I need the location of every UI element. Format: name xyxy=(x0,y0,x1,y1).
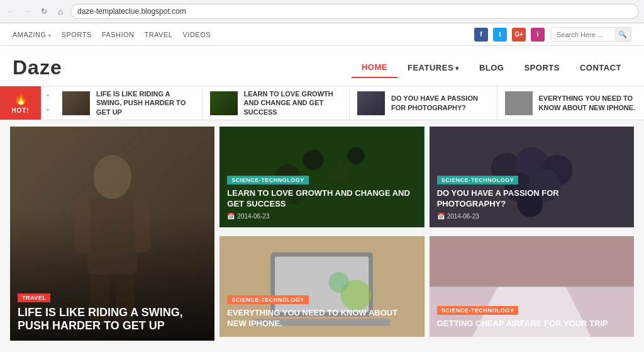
card-3-tag: SCIENCE-TECHNOLOGY xyxy=(227,295,309,304)
instagram-icon[interactable]: i xyxy=(531,28,545,42)
card-3-title: EVERYTHING YOU NEED TO KNOW ABOUT NEW IP… xyxy=(227,308,416,329)
utility-nav-sports[interactable]: SPORTS xyxy=(62,31,92,38)
card-1-title: LEARN TO LOVE GROWTH AND CHANGE AND GET … xyxy=(227,188,416,210)
search-bar: 🔍 xyxy=(551,27,631,42)
hot-badge: 🔥 HOT! xyxy=(0,86,41,120)
svg-point-0 xyxy=(94,155,131,199)
chevron-down-icon: ⌄ xyxy=(45,104,51,113)
twitter-icon[interactable]: t xyxy=(493,28,507,42)
utility-nav: AMAZING ▾ SPORTS FASHION TRAVEL VIDEOS xyxy=(13,31,211,38)
svg-rect-1 xyxy=(87,199,138,275)
card-grapes-content: SCIENCE-TECHNOLOGY DO YOU HAVE A PASSION… xyxy=(430,167,634,227)
card-road-content: SCIENCE-TECHNOLOGY GETTING CHEAP AIRFARE… xyxy=(430,297,634,337)
featured-title: LIFE IS LIKE RIDING A SWING, PUSH HARDER… xyxy=(18,306,207,333)
ticker-thumb-3 xyxy=(357,91,385,115)
home-button[interactable]: ⌂ xyxy=(54,5,67,18)
card-grapes[interactable]: SCIENCE-TECHNOLOGY DO YOU HAVE A PASSION… xyxy=(430,127,634,227)
ticker-title-2: LEARN TO LOVE GROWTH AND CHANGE AND GET … xyxy=(244,89,342,116)
search-button[interactable]: 🔍 xyxy=(614,28,631,41)
search-input[interactable] xyxy=(552,28,614,41)
card-1-tag: SCIENCE-TECHNOLOGY xyxy=(227,176,309,185)
card-laptop[interactable]: SCIENCE-TECHNOLOGY EVERYTHING YOU NEED T… xyxy=(219,236,424,337)
ticker-items: LIFE IS LIKE RIDING A SWING, PUSH HARDER… xyxy=(55,86,644,120)
utility-nav-travel[interactable]: TRAVEL xyxy=(145,31,173,38)
card-4-tag: SCIENCE-TECHNOLOGY xyxy=(437,306,519,315)
content-area: TRAVEL LIFE IS LIKE RIDING A SWING, PUSH… xyxy=(0,120,644,347)
utility-nav-videos[interactable]: VIDEOS xyxy=(183,31,211,38)
card-2-tag: SCIENCE-TECHNOLOGY xyxy=(437,176,519,185)
social-icons: f t G+ i xyxy=(474,28,545,42)
nav-features[interactable]: FEATURES xyxy=(397,58,469,77)
main-header: Daze HOME FEATURES BLOG SPORTS CONTACT xyxy=(0,46,644,86)
nav-home[interactable]: HOME xyxy=(352,57,397,78)
browser-chrome: ← → ↻ ⌂ xyxy=(0,0,644,23)
svg-rect-2 xyxy=(75,202,91,253)
ticker-thumb-4 xyxy=(505,91,533,115)
ticker-item-2[interactable]: LEARN TO LOVE GROWTH AND CHANGE AND GET … xyxy=(203,86,350,120)
utility-right: f t G+ i 🔍 xyxy=(474,27,631,42)
chevron-up-icon: ⌃ xyxy=(45,93,51,102)
ticker-thumb-1 xyxy=(62,91,90,115)
utility-nav-fashion[interactable]: FASHION xyxy=(102,31,135,38)
googleplus-icon[interactable]: G+ xyxy=(512,28,526,42)
nav-contact[interactable]: CONTACT xyxy=(570,58,631,77)
site-logo: Daze xyxy=(13,56,62,79)
forward-button[interactable]: → xyxy=(21,5,34,18)
ticker-bar: 🔥 HOT! ⌃ ⌄ LIFE IS LIKE RIDING A SWING, … xyxy=(0,86,644,120)
ticker-title-3: DO YOU HAVE A PASSION FOR PHOTOGRAPHY? xyxy=(391,94,489,112)
ticker-item-3[interactable]: DO YOU HAVE A PASSION FOR PHOTOGRAPHY? xyxy=(350,86,497,120)
card-2-date: 2014-06-23 xyxy=(437,213,626,220)
svg-rect-3 xyxy=(135,202,150,253)
nav-blog[interactable]: BLOG xyxy=(469,58,514,77)
card-berries-content: SCIENCE-TECHNOLOGY LEARN TO LOVE GROWTH … xyxy=(219,167,424,227)
ticker-title-1: LIFE IS LIKE RIDING A SWING, PUSH HARDER… xyxy=(96,89,194,116)
amazing-dropdown-arrow: ▾ xyxy=(48,33,52,38)
browser-toolbar: ← → ↻ ⌂ xyxy=(0,0,644,23)
ticker-title-4: EVERYTHING YOU NEED TO KNOW ABOUT NEW IP… xyxy=(539,94,637,112)
card-2-title: DO YOU HAVE A PASSION FOR PHOTOGRAPHY? xyxy=(437,188,626,210)
main-grid: TRAVEL LIFE IS LIKE RIDING A SWING, PUSH… xyxy=(10,127,634,341)
featured-tag: TRAVEL xyxy=(18,293,50,302)
ticker-nav-prev[interactable]: ⌃ ⌄ xyxy=(41,86,55,120)
svg-rect-28 xyxy=(430,236,634,287)
featured-card[interactable]: TRAVEL LIFE IS LIKE RIDING A SWING, PUSH… xyxy=(10,127,214,341)
address-bar[interactable] xyxy=(70,4,639,19)
svg-point-10 xyxy=(348,147,365,164)
reload-button[interactable]: ↻ xyxy=(38,5,50,18)
hot-text: HOT! xyxy=(11,107,29,114)
utility-nav-amazing[interactable]: AMAZING ▾ xyxy=(13,31,52,38)
card-road[interactable]: SCIENCE-TECHNOLOGY GETTING CHEAP AIRFARE… xyxy=(430,236,634,337)
ticker-thumb-2 xyxy=(210,91,238,115)
main-nav: HOME FEATURES BLOG SPORTS CONTACT xyxy=(352,57,631,78)
utility-bar: AMAZING ▾ SPORTS FASHION TRAVEL VIDEOS f… xyxy=(0,23,644,46)
ticker-item-4[interactable]: EVERYTHING YOU NEED TO KNOW ABOUT NEW IP… xyxy=(497,86,645,120)
card-4-title: GETTING CHEAP AIRFARE FOR YOUR TRIP xyxy=(437,319,626,329)
card-berries[interactable]: SCIENCE-TECHNOLOGY LEARN TO LOVE GROWTH … xyxy=(219,127,424,227)
ticker-item-1[interactable]: LIFE IS LIKE RIDING A SWING, PUSH HARDER… xyxy=(55,86,203,120)
nav-sports[interactable]: SPORTS xyxy=(514,58,569,77)
fire-icon: 🔥 xyxy=(14,92,28,106)
back-button[interactable]: ← xyxy=(5,5,18,18)
featured-card-content: TRAVEL LIFE IS LIKE RIDING A SWING, PUSH… xyxy=(10,285,214,341)
facebook-icon[interactable]: f xyxy=(474,28,488,42)
card-laptop-content: SCIENCE-TECHNOLOGY EVERYTHING YOU NEED T… xyxy=(219,287,424,337)
card-1-date: 2014-06-23 xyxy=(227,213,416,220)
